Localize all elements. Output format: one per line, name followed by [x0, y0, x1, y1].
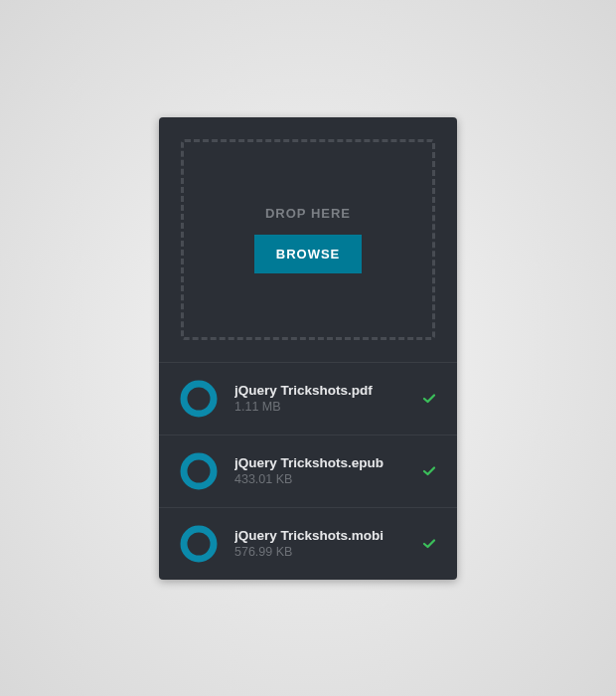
file-name: jQuery Trickshots.pdf	[234, 383, 405, 398]
file-list: jQuery Trickshots.pdf 1.11 MB jQuery Tri…	[159, 362, 457, 580]
dropzone-container: DROP HERE BROWSE	[159, 117, 457, 362]
file-row: jQuery Trickshots.epub 433.01 KB	[159, 435, 457, 507]
progress-ring-icon	[179, 524, 219, 564]
svg-point-1	[184, 456, 214, 486]
file-row: jQuery Trickshots.mobi 576.99 KB	[159, 507, 457, 580]
file-meta: jQuery Trickshots.pdf 1.11 MB	[234, 383, 405, 414]
checkmark-icon	[421, 536, 437, 552]
file-meta: jQuery Trickshots.epub 433.01 KB	[234, 455, 405, 486]
checkmark-icon	[421, 463, 437, 479]
file-uploader: DROP HERE BROWSE jQuery Trickshots.pdf 1…	[159, 117, 457, 580]
browse-button[interactable]: BROWSE	[254, 235, 363, 273]
svg-point-0	[184, 384, 214, 414]
file-size: 576.99 KB	[234, 545, 405, 559]
drop-here-label: DROP HERE	[265, 206, 351, 221]
progress-ring-icon	[179, 451, 219, 491]
file-row: jQuery Trickshots.pdf 1.11 MB	[159, 363, 457, 435]
file-meta: jQuery Trickshots.mobi 576.99 KB	[234, 528, 405, 559]
progress-ring-icon	[179, 379, 219, 419]
dropzone[interactable]: DROP HERE BROWSE	[181, 139, 435, 340]
file-name: jQuery Trickshots.mobi	[234, 528, 405, 543]
file-size: 433.01 KB	[234, 472, 405, 486]
svg-point-2	[184, 529, 214, 559]
file-name: jQuery Trickshots.epub	[234, 455, 405, 470]
checkmark-icon	[421, 391, 437, 407]
file-size: 1.11 MB	[234, 400, 405, 414]
